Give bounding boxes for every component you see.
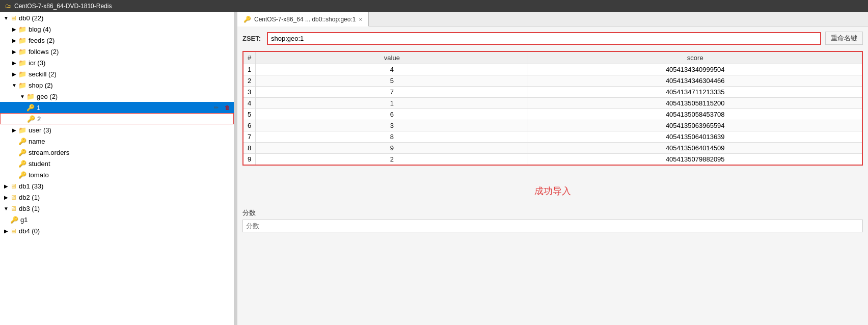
app-container: 🗂 CentOS-7-x86_64-DVD-1810-Redis ▼ 🖥 db0… — [0, 0, 868, 325]
sidebar-item-label: blog (4) — [29, 25, 234, 33]
arrow-icon: ▼ — [10, 83, 18, 88]
key-icon: 🔑 — [26, 104, 35, 112]
folder-icon: 📁 — [18, 37, 26, 44]
table-row[interactable]: 1 4 4054134340999504 — [243, 64, 862, 75]
sidebar-item-shop[interactable]: ▼ 📁 shop (2) — [0, 79, 234, 91]
cell-value: 1 — [256, 98, 528, 109]
table-row[interactable]: 7 8 4054135064013639 — [243, 131, 862, 143]
sidebar-item-label: db3 (1) — [19, 205, 234, 212]
cell-score: 4054135079882095 — [528, 154, 862, 166]
fenshu-label: 分数 — [242, 208, 863, 218]
sidebar-item-feeds[interactable]: ▶ 📁 feeds (2) — [0, 35, 234, 46]
cell-score: 4054134346304466 — [528, 75, 862, 87]
table-row[interactable]: 2 5 4054134346304466 — [243, 75, 862, 87]
sidebar-item-blog[interactable]: ▶ 📁 blog (4) — [0, 23, 234, 35]
table-row[interactable]: 5 6 4054135058453708 — [243, 109, 862, 120]
active-tab[interactable]: 🔑 CentOS-7-x86_64 ... db0::shop:geo:1 × — [237, 12, 369, 26]
cell-value: 4 — [256, 64, 528, 75]
col-header-score: score — [528, 51, 862, 64]
content-area: 🔑 CentOS-7-x86_64 ... db0::shop:geo:1 × … — [237, 12, 868, 325]
title-bar: 🗂 CentOS-7-x86_64-DVD-1810-Redis — [0, 0, 868, 12]
rename-button[interactable]: 重命名键 — [825, 32, 863, 45]
sidebar-item-label: follows (2) — [29, 48, 234, 56]
folder-icon: 📁 — [18, 25, 26, 33]
sidebar-item-name[interactable]: 🔑 name — [0, 136, 234, 147]
table-row[interactable]: 4 1 4054135058115200 — [243, 98, 862, 109]
folder-icon: 📁 — [18, 126, 26, 134]
table-row[interactable]: 3 7 4054134711213335 — [243, 87, 862, 98]
folder-icon: 📁 — [18, 82, 26, 89]
sidebar-item-db2[interactable]: ▶ 🖥 db2 (1) — [0, 192, 234, 203]
cell-num: 1 — [243, 64, 256, 75]
col-header-num: # — [243, 51, 256, 64]
cell-value: 5 — [256, 75, 528, 87]
key-icon: 🔑 — [18, 149, 26, 156]
cell-score: 4054135058115200 — [528, 98, 862, 109]
arrow-icon: ▶ — [10, 60, 18, 66]
folder-icon: 📁 — [18, 48, 26, 56]
cell-num: 9 — [243, 154, 256, 166]
sidebar-item-label: geo (2) — [37, 93, 234, 100]
key-icon: 🔑 — [18, 138, 26, 145]
action-icons: ✏ 🗑 — [211, 103, 234, 112]
sidebar-item-tomato[interactable]: 🔑 tomato — [0, 169, 234, 180]
tab-close-button[interactable]: × — [359, 16, 362, 22]
titlebar-icon: 🗂 — [5, 3, 11, 10]
sidebar-item-label: student — [29, 160, 234, 168]
sidebar-item-db4[interactable]: ▶ 🖥 db4 (0) — [0, 225, 234, 236]
table-row[interactable]: 6 3 4054135063965594 — [243, 120, 862, 131]
arrow-icon: ▶ — [10, 26, 18, 32]
sidebar-item-geo[interactable]: ▼ 📁 geo (2) — [0, 91, 234, 102]
arrow-icon: ▼ — [2, 15, 10, 21]
arrow-icon: ▼ — [18, 94, 26, 99]
sidebar-item-streamorders[interactable]: 🔑 stream.orders — [0, 147, 234, 158]
table-row[interactable]: 8 9 4054135064014509 — [243, 143, 862, 154]
sidebar-item-label: tomato — [29, 171, 234, 179]
sidebar-item-db3[interactable]: ▼ 🖥 db3 (1) — [0, 203, 234, 214]
edit-button[interactable]: ✏ — [211, 103, 221, 112]
sidebar-item-icr[interactable]: ▶ 📁 icr (3) — [0, 57, 234, 68]
cell-score: 4054135058453708 — [528, 109, 862, 120]
sidebar-item-label: icr (3) — [29, 59, 234, 67]
cell-num: 3 — [243, 87, 256, 98]
cell-num: 7 — [243, 131, 256, 143]
folder-icon: 📁 — [26, 93, 35, 100]
db-icon: 🖥 — [10, 182, 17, 190]
sidebar-item-label: db0 (22) — [19, 14, 234, 22]
cell-value: 8 — [256, 131, 528, 143]
title-bar-label: CentOS-7-x86_64-DVD-1810-Redis — [14, 3, 112, 10]
sidebar-item-follows[interactable]: ▶ 📁 follows (2) — [0, 46, 234, 57]
cell-score: 4054135063965594 — [528, 120, 862, 131]
cell-num: 6 — [243, 120, 256, 131]
sidebar-item-user[interactable]: ▶ 📁 user (3) — [0, 124, 234, 136]
sidebar-item-label: user (3) — [29, 126, 234, 134]
sidebar-item-label: db1 (33) — [19, 182, 234, 190]
tab-bar: 🔑 CentOS-7-x86_64 ... db0::shop:geo:1 × — [237, 12, 868, 26]
sidebar-item-label: g1 — [20, 216, 234, 224]
sidebar-item-db0[interactable]: ▼ 🖥 db0 (22) — [0, 12, 234, 23]
key-icon: 🔑 — [18, 160, 26, 168]
main-area: ▼ 🖥 db0 (22) ▶ 📁 blog (4) ▶ 📁 feeds (2) … — [0, 12, 868, 325]
sidebar-item-seckill[interactable]: ▶ 📁 seckill (2) — [0, 68, 234, 79]
sidebar-item-label: db4 (0) — [19, 227, 234, 235]
sidebar-item-label: shop (2) — [29, 82, 234, 89]
table-row[interactable]: 9 2 4054135079882095 — [243, 154, 862, 166]
delete-button[interactable]: 🗑 — [223, 103, 232, 112]
success-message: 成功导入 — [242, 170, 863, 202]
fenshu-input[interactable] — [242, 220, 863, 232]
sidebar-item-g1[interactable]: 🔑 g1 — [0, 214, 234, 225]
sidebar-item-geo2[interactable]: 🔑 2 — [0, 113, 234, 124]
content-body: ZSET: 重命名键 # value score 1 4 — [237, 26, 868, 325]
zset-key-input[interactable] — [267, 32, 821, 45]
sidebar-item-geo1[interactable]: 🔑 1 ✏ 🗑 — [0, 102, 234, 113]
key-icon: 🔑 — [18, 171, 26, 179]
tab-label: CentOS-7-x86_64 ... db0::shop:geo:1 — [254, 16, 356, 23]
arrow-icon: ▶ — [10, 38, 18, 43]
sidebar-item-db1[interactable]: ▶ 🖥 db1 (33) — [0, 180, 234, 192]
data-table: # value score 1 4 4054134340999504 2 5 4… — [242, 51, 863, 166]
arrow-icon: ▶ — [2, 195, 10, 200]
folder-icon: 📁 — [18, 70, 26, 78]
fenshu-section: 分数 — [242, 208, 863, 232]
arrow-icon: ▶ — [10, 71, 18, 77]
sidebar-item-student[interactable]: 🔑 student — [0, 158, 234, 169]
